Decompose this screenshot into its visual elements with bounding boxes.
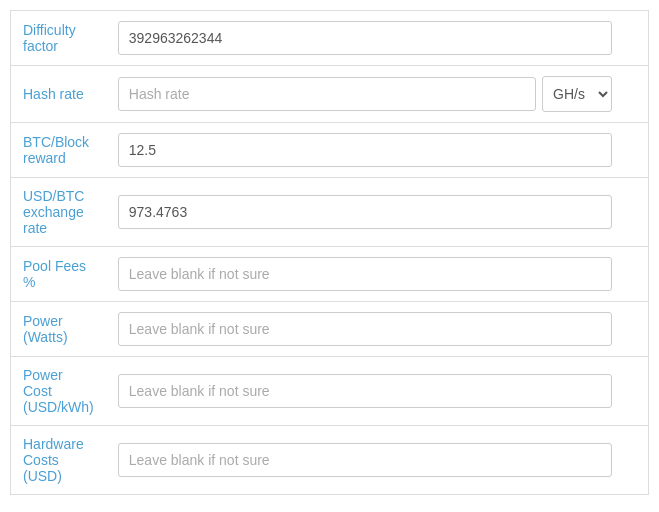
empty-cell-hash-rate <box>624 66 649 123</box>
label-pool-fees: Pool Fees % <box>11 247 106 302</box>
empty-cell-power-watts <box>624 302 649 357</box>
input-difficulty-factor[interactable] <box>118 21 612 55</box>
empty-cell-power-cost <box>624 357 649 426</box>
mining-form-table: Difficulty factorHash rateGH/sTH/sMH/sKH… <box>10 10 649 495</box>
input-power-cost[interactable] <box>118 374 612 408</box>
input-power-watts[interactable] <box>118 312 612 346</box>
label-hardware-costs: Hardware Costs (USD) <box>11 426 106 495</box>
button-row: Calculate mining profit <box>10 495 649 512</box>
input-cell-hardware-costs <box>106 426 624 495</box>
input-cell-power-watts <box>106 302 624 357</box>
empty-cell-usd-btc-exchange-rate <box>624 178 649 247</box>
input-cell-difficulty-factor <box>106 11 624 66</box>
input-cell-hash-rate: GH/sTH/sMH/sKH/s <box>106 66 624 123</box>
empty-cell-pool-fees <box>624 247 649 302</box>
label-difficulty-factor: Difficulty factor <box>11 11 106 66</box>
label-usd-btc-exchange-rate: USD/BTC exchange rate <box>11 178 106 247</box>
input-cell-btc-block-reward <box>106 123 624 178</box>
input-usd-btc-exchange-rate[interactable] <box>118 195 612 229</box>
input-hash-rate[interactable] <box>118 77 536 111</box>
label-power-cost: Power Cost (USD/kWh) <box>11 357 106 426</box>
input-pool-fees[interactable] <box>118 257 612 291</box>
input-cell-pool-fees <box>106 247 624 302</box>
unit-select-hash-rate[interactable]: GH/sTH/sMH/sKH/s <box>542 76 612 112</box>
empty-cell-hardware-costs <box>624 426 649 495</box>
empty-cell-btc-block-reward <box>624 123 649 178</box>
label-hash-rate: Hash rate <box>11 66 106 123</box>
input-cell-usd-btc-exchange-rate <box>106 178 624 247</box>
input-cell-power-cost <box>106 357 624 426</box>
input-hardware-costs[interactable] <box>118 443 612 477</box>
input-btc-block-reward[interactable] <box>118 133 612 167</box>
input-wrapper-hash-rate: GH/sTH/sMH/sKH/s <box>118 76 612 112</box>
label-power-watts: Power (Watts) <box>11 302 106 357</box>
empty-cell-difficulty-factor <box>624 11 649 66</box>
label-btc-block-reward: BTC/Block reward <box>11 123 106 178</box>
